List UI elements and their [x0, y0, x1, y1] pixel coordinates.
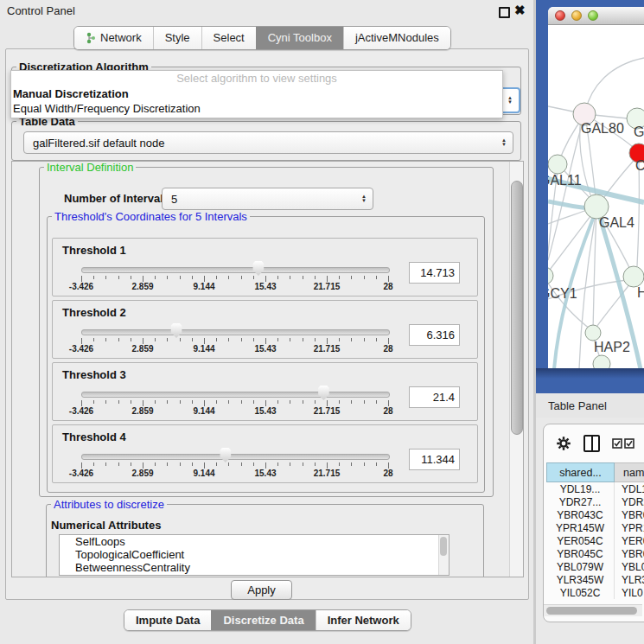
slider-tick-label: -3.426 [69, 469, 93, 478]
select-columns-icon[interactable] [612, 438, 634, 449]
table-cell: YBR0 [615, 508, 644, 521]
table-cell: YBL079W [546, 560, 615, 573]
table-scrollbar-thumb[interactable] [546, 607, 637, 615]
threshold-value-field[interactable]: 11.344 [409, 449, 460, 470]
network-edge [548, 208, 596, 273]
tab-jactivemnodules[interactable]: jActiveMNodules [343, 27, 450, 49]
table-cell: YDR2 [615, 495, 644, 508]
slider-tick-label: 21.715 [314, 282, 341, 291]
mac-close-icon[interactable] [555, 10, 565, 21]
network-node[interactable] [593, 355, 610, 368]
column-header-1[interactable]: shared... [546, 462, 615, 482]
slider-track[interactable] [81, 454, 390, 460]
tab-label: jActiveMNodules [355, 27, 439, 49]
threshold-value-field[interactable]: 21.4 [409, 386, 460, 408]
attributes-group-title: Attributes to discretize [51, 498, 167, 511]
slider-ticks [81, 462, 389, 469]
split-columns-icon[interactable] [583, 435, 600, 452]
table-data-value: galFiltered.sif default node [33, 132, 164, 153]
number-of-intervals-label: Number of Intervals [64, 192, 169, 205]
dropdown-option-0[interactable]: Manual Discretization [11, 86, 502, 101]
table-horizontal-scrollbar[interactable] [544, 604, 642, 616]
apply-button[interactable]: Apply [231, 580, 292, 600]
slider-tick-label: 9.144 [193, 406, 214, 416]
table-row[interactable]: YIL052CYIL0 [546, 586, 644, 599]
mac-zoom-icon[interactable] [588, 10, 598, 21]
slider-tick-label: 2.859 [131, 344, 153, 354]
table-row[interactable]: YBR043CYBR0 [546, 508, 644, 521]
table-row[interactable]: YPR145WYPR1 [546, 521, 644, 534]
attribute-item[interactable]: BetweennessCentrality [60, 561, 449, 574]
tab-label: Cyni Toolbox [268, 27, 332, 49]
node-table: shared...name YDL19...YDL1YDR27...YDR2YB… [546, 462, 644, 599]
table-row[interactable]: YDL19...YDL1 [546, 482, 644, 495]
tab-label: Style [165, 27, 190, 49]
tab-network[interactable]: Network [74, 27, 153, 49]
slider-tick-label: 15.43 [254, 282, 276, 291]
slider-track[interactable] [81, 267, 390, 273]
node-table-container: shared...name YDL19...YDL1YDR27...YDR2YB… [543, 424, 644, 622]
table-row[interactable]: YER054CYER0 [546, 534, 644, 547]
network-icon [86, 32, 96, 44]
tab-cyni-toolbox[interactable]: Cyni Toolbox [256, 27, 343, 49]
network-window-titlebar[interactable] [548, 7, 644, 25]
network-node-label: H [637, 285, 644, 300]
network-node-label: GCY1 [548, 286, 577, 301]
interval-definition-group: Interval Definition Number of Intervals … [39, 167, 494, 497]
numerical-attributes-list[interactable]: SelfLoopsTopologicalCoefficientBetweenne… [59, 534, 450, 576]
slider-thumb[interactable] [252, 261, 265, 276]
table-cell: YPR1 [615, 521, 644, 534]
network-node-gal11[interactable] [548, 155, 567, 174]
table-panel-title: Table Panel [548, 399, 607, 412]
close-icon[interactable]: ✖ [514, 3, 526, 18]
slider-thumb[interactable] [170, 323, 183, 338]
tab-style[interactable]: Style [153, 27, 201, 49]
table-cell: YBR043C [546, 508, 615, 521]
table-row[interactable]: YDR27...YDR2 [546, 495, 644, 508]
tab-impute-data[interactable]: Impute Data [124, 610, 211, 630]
table-row[interactable]: YBL079WYBL0 [546, 560, 644, 573]
table-row[interactable]: YBR045CYBR0 [546, 547, 644, 560]
slider-ticks [81, 400, 389, 406]
table-row[interactable]: YLR345WYLR3 [546, 573, 644, 586]
mac-minimize-icon[interactable] [571, 10, 582, 21]
thresholds-group: Threshold's Coordinates for 5 Intervals … [47, 216, 485, 493]
network-node-h[interactable] [623, 266, 644, 287]
network-node-gcy1[interactable] [548, 267, 553, 284]
slider-tick-label: 21.715 [314, 469, 341, 478]
settings-vertical-scrollbar[interactable] [509, 162, 523, 577]
table-cell: YLR3 [615, 573, 644, 586]
tab-select[interactable]: Select [201, 27, 256, 49]
slider-track[interactable] [81, 329, 390, 335]
settings-scrollbar-thumb[interactable] [511, 181, 523, 435]
numerical-attributes-label: Numerical Attributes [51, 519, 161, 532]
network-node-hap2[interactable] [585, 325, 601, 341]
network-canvas[interactable]: GAL80GACGAL11GAL4GCY1HHAP2 [548, 25, 644, 368]
column-header-2[interactable]: name [615, 462, 644, 482]
table-cell: YBR0 [615, 547, 644, 560]
dropdown-hint: Select algorithm to view settings [11, 71, 502, 86]
number-of-intervals-select[interactable]: 5 ▲▼ [162, 188, 373, 210]
float-window-icon[interactable] [499, 7, 510, 18]
table-data-select[interactable]: galFiltered.sif default node ▲▼ [23, 131, 513, 154]
slider-tick-label: 2.859 [131, 469, 153, 478]
threshold-value-field[interactable]: 6.316 [409, 324, 460, 346]
control-panel-tabs: NetworkStyleSelectCyni ToolboxjActiveMNo… [73, 26, 451, 50]
slider-thumb[interactable] [219, 448, 232, 462]
attribute-item[interactable]: TopologicalCoefficient [60, 548, 449, 561]
thresholds-group-title: Threshold's Coordinates for 5 Intervals [52, 210, 250, 223]
window-shadow [536, 368, 644, 379]
tab-infer-network[interactable]: Infer Network [316, 610, 411, 630]
slider-tick-label: 28 [383, 282, 392, 291]
tab-discretize-data[interactable]: Discretize Data [211, 610, 315, 630]
slider-thumb[interactable] [317, 386, 330, 400]
threshold-value-field[interactable]: 14.713 [409, 262, 460, 284]
attribute-item[interactable]: SelfLoops [60, 535, 449, 548]
slider-track[interactable] [81, 392, 390, 398]
attributes-list-scrollbar[interactable] [438, 535, 449, 575]
gear-icon[interactable] [556, 436, 571, 451]
slider-tick-label: -3.426 [69, 344, 93, 354]
dropdown-option-1[interactable]: Equal Width/Frequency Discretization [11, 101, 502, 116]
attributes-list-scrollbar-thumb[interactable] [440, 537, 447, 556]
table-cell: YDL1 [615, 482, 644, 495]
